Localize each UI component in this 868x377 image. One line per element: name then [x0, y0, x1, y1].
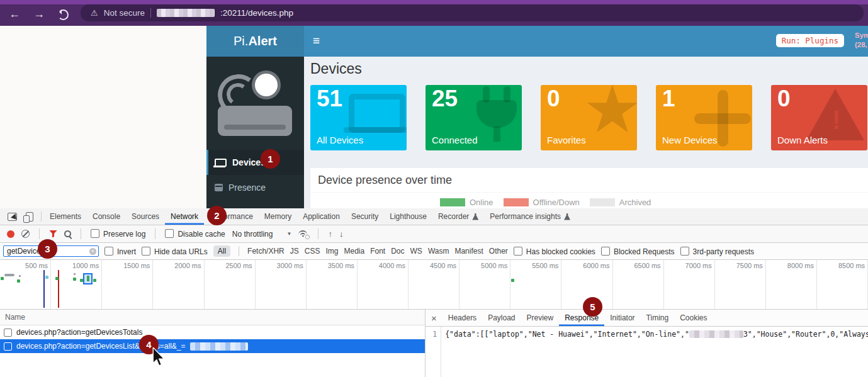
- filter-type-doc[interactable]: Doc: [391, 247, 404, 256]
- checkbox[interactable]: [104, 247, 113, 256]
- device-toolbar-icon[interactable]: [26, 212, 33, 222]
- filter-type-ws[interactable]: WS: [410, 247, 422, 256]
- reload-icon[interactable]: [58, 9, 69, 20]
- sidebar-item-presence[interactable]: Presence: [206, 175, 304, 200]
- laptop-mini-icon: [215, 159, 227, 167]
- tab-memory[interactable]: Memory: [259, 208, 297, 225]
- tab-lighthouse[interactable]: Lighthouse: [384, 208, 432, 225]
- waterfall-event[interactable]: [17, 279, 20, 283]
- card-value: 0: [777, 86, 791, 112]
- filter-type-img[interactable]: Img: [325, 247, 338, 256]
- invert-checkbox[interactable]: Invert: [104, 247, 136, 256]
- throttling-dropdown[interactable]: No throttling ▼: [232, 230, 292, 239]
- waterfall-event[interactable]: [55, 277, 59, 280]
- load-event-line: [58, 270, 59, 308]
- filter-type-js[interactable]: JS: [290, 247, 299, 256]
- filter-type-wasm[interactable]: Wasm: [428, 247, 449, 256]
- has-blocked-cookies-checkbox[interactable]: Has blocked cookies: [514, 247, 595, 256]
- tab-sources[interactable]: Sources: [126, 208, 165, 225]
- waterfall-event[interactable]: [73, 278, 76, 281]
- request-list-header[interactable]: Name: [0, 310, 425, 325]
- chevron-down-icon: ▼: [286, 231, 291, 237]
- waterfall-event[interactable]: [511, 279, 514, 282]
- checkbox[interactable]: [514, 247, 522, 256]
- clear-input-icon[interactable]: ×: [89, 248, 96, 255]
- card-favorites[interactable]: ★ 0 Favorites: [541, 85, 637, 150]
- timeline-tick: 5000 ms: [459, 260, 510, 309]
- import-har-icon[interactable]: ↑: [328, 229, 332, 239]
- filter-type-other[interactable]: Other: [489, 247, 508, 256]
- tab-cookies[interactable]: Cookies: [674, 310, 713, 326]
- hide-data-urls-checkbox[interactable]: Hide data URLs: [142, 247, 208, 256]
- checkbox[interactable]: [91, 229, 99, 238]
- tab-application[interactable]: Application: [297, 208, 346, 225]
- search-icon[interactable]: [64, 230, 71, 237]
- tab-console[interactable]: Console: [87, 208, 126, 225]
- waterfall-event[interactable]: [74, 273, 76, 275]
- preserve-log-checkbox[interactable]: Preserve log: [91, 229, 145, 239]
- request-name: devices.php?action=getDevicesTotals: [16, 328, 142, 337]
- checkbox[interactable]: [4, 342, 12, 351]
- filter-type-media[interactable]: Media: [344, 247, 364, 256]
- record-icon[interactable]: [7, 230, 14, 238]
- waterfall-event[interactable]: [45, 276, 48, 279]
- waterfall-event[interactable]: [19, 275, 21, 277]
- request-row-selected[interactable]: devices.php?action=getDevicesList&status…: [0, 339, 425, 353]
- toolbar-separator: [155, 228, 155, 239]
- devtools-tabbar: Elements Console Sources Network Perform…: [0, 208, 868, 225]
- toolbar-separator: [41, 211, 42, 222]
- waterfall-event[interactable]: [93, 279, 96, 282]
- filter-type-all[interactable]: All: [213, 245, 230, 257]
- filter-type-font[interactable]: Font: [370, 247, 385, 256]
- response-viewer[interactable]: 1 {"data":[["laptop","Net - Huawei","Int…: [426, 327, 868, 377]
- card-new-devices[interactable]: 1 New Devices: [656, 85, 752, 150]
- disable-cache-checkbox[interactable]: Disable cache: [165, 229, 225, 239]
- card-all-devices[interactable]: 51 All Devices: [310, 85, 407, 150]
- filter-icon[interactable]: [49, 230, 57, 238]
- waterfall-event[interactable]: [1, 277, 4, 280]
- checkbox[interactable]: [165, 229, 174, 238]
- selected-request-marker[interactable]: [83, 273, 93, 284]
- checkbox[interactable]: [601, 247, 610, 256]
- checkbox[interactable]: [4, 329, 12, 337]
- tab-payload[interactable]: Payload: [482, 310, 521, 326]
- filter-type-css[interactable]: CSS: [305, 247, 320, 256]
- sidebar-item-devices[interactable]: Devices: [206, 150, 304, 175]
- filter-type-fetchxhr[interactable]: Fetch/XHR: [247, 247, 285, 256]
- legend-label: Archived: [619, 198, 651, 207]
- tab-performance-insights[interactable]: Performance insights: [484, 208, 576, 225]
- card-down-alerts[interactable]: ! 0 Down Alerts: [771, 85, 867, 150]
- filter-type-manifest[interactable]: Manifest: [454, 247, 483, 256]
- request-row[interactable]: devices.php?action=getDevicesTotals: [0, 325, 425, 339]
- checkbox[interactable]: [142, 247, 150, 256]
- cursor-icon: [152, 347, 165, 366]
- clear-icon[interactable]: [21, 230, 30, 238]
- network-overview[interactable]: 500 ms 1000 ms 1500 ms 2000 ms 2500 ms 3…: [0, 260, 868, 310]
- address-bar[interactable]: ⚠ Not secure :20211/devices.php: [81, 4, 864, 21]
- tab-security[interactable]: Security: [346, 208, 384, 225]
- card-label: Connected: [432, 135, 478, 145]
- network-conditions-icon[interactable]: [298, 230, 308, 238]
- tab-network[interactable]: Network: [165, 208, 204, 225]
- tab-preview[interactable]: Preview: [521, 310, 560, 326]
- export-har-icon[interactable]: ↓: [339, 229, 344, 239]
- pialert-logo[interactable]: Pi.Alert: [206, 26, 304, 57]
- tab-initiator[interactable]: Initiator: [604, 310, 640, 326]
- timeline-tick: 4000 ms: [358, 260, 409, 309]
- back-icon[interactable]: ←: [9, 8, 20, 20]
- tab-recorder[interactable]: Recorder: [432, 208, 484, 225]
- run-plugins-button[interactable]: Run: Plugins: [776, 34, 844, 47]
- forward-icon[interactable]: →: [33, 8, 45, 20]
- tab-headers[interactable]: Headers: [442, 310, 482, 326]
- tab-timing[interactable]: Timing: [641, 310, 675, 326]
- blocked-requests-checkbox[interactable]: Blocked Requests: [601, 247, 675, 256]
- omnibox-divider: [150, 8, 151, 18]
- checkbox[interactable]: [680, 247, 689, 256]
- waterfall-bar[interactable]: [4, 274, 14, 276]
- inspect-icon[interactable]: [8, 213, 17, 221]
- menu-icon[interactable]: ≡: [313, 34, 320, 48]
- close-icon[interactable]: ×: [426, 310, 442, 326]
- card-connected[interactable]: 25 Connected: [426, 85, 522, 150]
- third-party-requests-checkbox[interactable]: 3rd-party requests: [680, 247, 754, 256]
- tab-elements[interactable]: Elements: [44, 208, 87, 225]
